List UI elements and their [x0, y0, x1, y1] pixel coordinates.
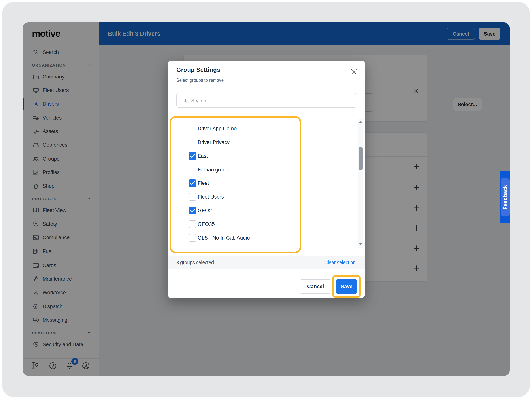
group-row-farhan-group[interactable]: Farhan group: [176, 163, 283, 177]
group-settings-modal: Group Settings Select groups to remove D…: [168, 61, 365, 298]
group-row-geo35[interactable]: GEO35: [176, 217, 283, 231]
checkbox-unchecked[interactable]: [189, 125, 196, 133]
group-label: Fleet Users: [198, 194, 224, 200]
checkbox-unchecked[interactable]: [189, 234, 196, 242]
group-label: Fleet: [198, 180, 209, 186]
modal-search-box: [176, 93, 356, 108]
group-label: GLS - No In Cab Audio: [198, 235, 250, 241]
selected-count-text: 3 groups selected: [176, 256, 214, 269]
checkbox-checked[interactable]: [189, 179, 196, 187]
group-row-driver-privacy[interactable]: Driver Privacy: [176, 135, 283, 149]
clear-selection-link[interactable]: Clear selection: [324, 256, 356, 269]
group-row-fleet-users[interactable]: Fleet Users: [176, 190, 283, 204]
group-row-geo2[interactable]: GEO2: [176, 204, 283, 217]
search-icon: [182, 98, 187, 103]
group-label: Driver App Demo: [198, 126, 237, 132]
group-row-driver-app-demo[interactable]: Driver App Demo: [176, 122, 283, 135]
scroll-down-arrow[interactable]: [359, 243, 362, 245]
close-icon[interactable]: [350, 67, 358, 76]
modal-title: Group Settings: [176, 66, 220, 73]
group-label: Farhan group: [198, 167, 228, 173]
checkbox-checked[interactable]: [189, 207, 196, 214]
modal-subtitle: Select groups to remove: [176, 78, 224, 83]
modal-search-input[interactable]: [191, 94, 353, 107]
modal-cancel-button[interactable]: Cancel: [300, 279, 331, 294]
group-row-gls-no-in-cab-audio[interactable]: GLS - No In Cab Audio: [176, 231, 283, 245]
group-label: GEO2: [198, 208, 212, 214]
selection-summary-bar: 3 groups selected Clear selection: [168, 256, 365, 269]
scrollbar-thumb[interactable]: [359, 147, 362, 170]
checkbox-unchecked[interactable]: [189, 193, 196, 201]
group-label: Driver Privacy: [198, 139, 229, 145]
checkbox-unchecked[interactable]: [189, 220, 196, 228]
scroll-up-arrow[interactable]: [359, 121, 362, 123]
page: motive Search ORGANIZATION Company Fleet…: [0, 0, 532, 399]
group-row-fleet[interactable]: Fleet: [176, 176, 283, 190]
group-label: East: [198, 153, 208, 159]
checkbox-unchecked[interactable]: [189, 166, 196, 173]
feedback-tab-inner: Feedback: [501, 178, 510, 216]
scrollbar-track[interactable]: [358, 119, 363, 248]
modal-save-button[interactable]: Save: [336, 279, 357, 294]
checkbox-unchecked[interactable]: [189, 139, 196, 146]
feedback-tab[interactable]: Feedback: [500, 171, 510, 223]
feedback-label: Feedback: [502, 185, 508, 209]
checkbox-checked[interactable]: [189, 152, 196, 160]
group-row-east[interactable]: East: [176, 149, 283, 163]
group-label: GEO35: [198, 221, 215, 227]
